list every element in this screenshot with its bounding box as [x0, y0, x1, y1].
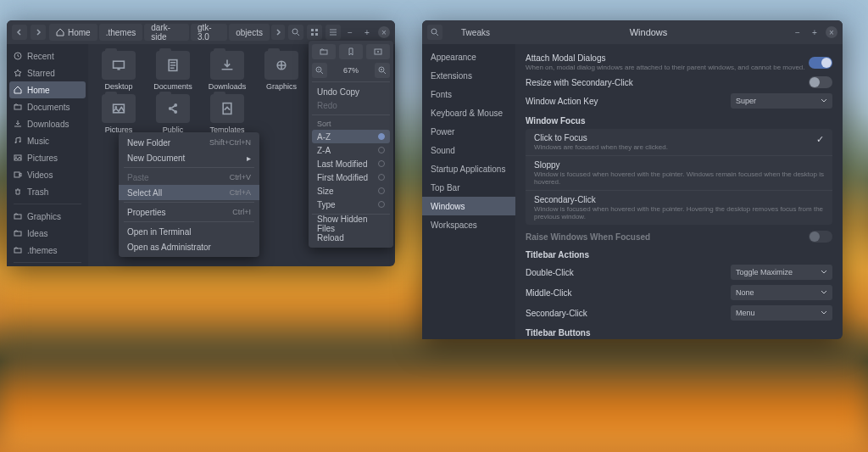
- sidebar-item-home[interactable]: Home: [9, 81, 86, 98]
- nav-forward-button[interactable]: [31, 25, 46, 40]
- tweaks-sidebar-fonts[interactable]: Fonts: [422, 85, 515, 103]
- sort-label: Last Modified: [317, 159, 367, 169]
- maximize-button[interactable]: +: [809, 26, 821, 38]
- raise-focused-toggle[interactable]: [809, 231, 832, 243]
- menu-item-open-in-terminal[interactable]: Open in Terminal: [119, 224, 259, 239]
- path-segment-home[interactable]: Home: [49, 24, 97, 41]
- action-key-dropdown[interactable]: Super: [731, 93, 832, 109]
- svg-point-0: [292, 29, 298, 34]
- sort-option-size[interactable]: Size: [312, 184, 390, 198]
- sidebar-item-graphics[interactable]: Graphics: [7, 208, 88, 225]
- folder-templates[interactable]: Templates: [203, 94, 251, 134]
- sidebar-label: Downloads: [27, 120, 69, 129]
- folder-desktop[interactable]: Desktop: [95, 51, 142, 91]
- tweaks-sidebar-top-bar[interactable]: Top Bar: [422, 178, 515, 197]
- folder-public[interactable]: Public: [149, 94, 197, 134]
- tweaks-sidebar-keyboard-mouse[interactable]: Keyboard & Mouse: [422, 103, 515, 122]
- view-toggle-button[interactable]: [307, 25, 322, 40]
- folder-documents[interactable]: Documents: [149, 51, 197, 91]
- sort-option-last-modified[interactable]: Last Modified: [312, 157, 390, 170]
- sidebar-item-music[interactable]: Music: [7, 132, 88, 149]
- tweaks-sidebar-extensions[interactable]: Extensions: [422, 66, 515, 85]
- tweaks-sidebar-windows[interactable]: Windows: [422, 197, 515, 215]
- zoom-out-button[interactable]: [312, 63, 327, 78]
- folder-graphics[interactable]: Graphics: [258, 51, 305, 91]
- menu-item-properties[interactable]: PropertiesCtrl+I: [119, 204, 259, 220]
- path-segment[interactable]: objects: [229, 24, 270, 41]
- bookmark-icon-button[interactable]: [339, 44, 363, 59]
- path-overflow-button[interactable]: [271, 25, 285, 40]
- window-controls: − + ×: [344, 26, 390, 38]
- menu-item-open-as-administrator[interactable]: Open as Administrator: [119, 239, 259, 254]
- sort-option-type[interactable]: Type: [312, 198, 390, 211]
- focus-title: Secondary-Click: [534, 195, 824, 204]
- folder-downloads[interactable]: Downloads: [203, 51, 251, 91]
- sidebar-item--themes[interactable]: .themes: [7, 242, 88, 259]
- focus-option-sloppy[interactable]: SloppyWindow is focused when hovered wit…: [526, 156, 832, 191]
- sidebar-item-pictures[interactable]: Pictures: [7, 149, 88, 166]
- sidebar-item-recent[interactable]: Recent: [7, 47, 88, 64]
- secondary-click-title: Secondary-Click: [526, 309, 587, 318]
- path-label: gtk-3.0: [198, 23, 220, 42]
- secondary-click-dropdown[interactable]: Menu: [731, 305, 832, 321]
- check-icon: ✓: [816, 134, 824, 145]
- show-hidden-item[interactable]: Show Hidden Files: [312, 217, 390, 231]
- menu-item-paste[interactable]: PasteCtrl+V: [119, 170, 259, 185]
- new-tab-icon-button[interactable]: [366, 44, 390, 59]
- focus-title: Click to Focus: [534, 133, 824, 142]
- undo-item[interactable]: Undo Copy: [312, 85, 390, 98]
- minimize-button[interactable]: −: [792, 26, 804, 38]
- sort-option-first-modified[interactable]: First Modified: [312, 170, 390, 184]
- hamburger-button[interactable]: [326, 25, 341, 40]
- focus-list: Click to FocusWindows are focused when t…: [526, 129, 832, 225]
- maximize-button[interactable]: +: [361, 26, 373, 38]
- sidebar-label: Documents: [27, 103, 70, 112]
- sort-option-a-z[interactable]: A-Z: [312, 130, 390, 143]
- redo-item[interactable]: Redo: [312, 98, 390, 112]
- tweaks-sidebar-sound[interactable]: Sound: [422, 141, 515, 159]
- tweaks-sidebar-power[interactable]: Power: [422, 122, 515, 141]
- tweaks-sidebar-appearance[interactable]: Appearance: [422, 47, 515, 66]
- tweaks-headerbar: Tweaks Windows − + ×: [422, 20, 843, 44]
- sidebar-item-trash[interactable]: Trash: [7, 183, 88, 200]
- sidebar-item-starred[interactable]: Starred: [7, 64, 88, 81]
- dropdown-value: Menu: [736, 309, 755, 317]
- double-click-dropdown[interactable]: Toggle Maximize: [731, 265, 832, 280]
- path-segment[interactable]: gtk-3.0: [191, 24, 227, 41]
- focus-option-secondary-click[interactable]: Secondary-ClickWindow is focused when ho…: [526, 191, 832, 225]
- sort-option-z-a[interactable]: Z-A: [312, 143, 390, 157]
- attach-modal-title: Attach Modal Dialogs: [526, 53, 805, 63]
- middle-click-dropdown[interactable]: None: [731, 285, 832, 300]
- close-button[interactable]: ×: [826, 26, 837, 38]
- sidebar-label: Music: [27, 137, 49, 146]
- folder-pictures[interactable]: Pictures: [95, 94, 142, 134]
- attach-modal-toggle[interactable]: [809, 57, 832, 69]
- close-button[interactable]: ×: [378, 26, 390, 38]
- new-folder-icon-button[interactable]: [312, 44, 336, 59]
- svg-rect-25: [223, 103, 231, 114]
- sidebar-item-documents[interactable]: Documents: [7, 98, 88, 115]
- sidebar-item-ideas[interactable]: Ideas: [7, 225, 88, 242]
- focus-desc: Window is focused when hovered with the …: [534, 170, 824, 186]
- tweaks-window: Tweaks Windows − + × AppearanceExtension…: [422, 20, 843, 339]
- minimize-button[interactable]: −: [344, 26, 356, 38]
- search-button[interactable]: [288, 25, 303, 40]
- zoom-in-button[interactable]: [375, 63, 390, 78]
- menu-item-new-document[interactable]: New Document▸: [119, 150, 259, 165]
- sidebar-label: Graphics: [27, 212, 61, 221]
- menu-item-select-all[interactable]: Select AllCtrl+A: [119, 185, 259, 200]
- svg-rect-6: [14, 105, 21, 109]
- nav-back-button[interactable]: [12, 25, 27, 40]
- path-segment[interactable]: dark-side: [144, 24, 189, 41]
- focus-option-click-to-focus[interactable]: Click to FocusWindows are focused when t…: [526, 129, 832, 156]
- sidebar-item-videos[interactable]: Videos: [7, 166, 88, 183]
- tweaks-search-button[interactable]: [427, 25, 442, 40]
- tweaks-sidebar-startup-applications[interactable]: Startup Applications: [422, 159, 515, 178]
- sidebar-label: Recent: [27, 52, 54, 61]
- radio-icon: [378, 201, 385, 208]
- menu-item-new-folder[interactable]: New FolderShift+Ctrl+N: [119, 135, 259, 150]
- sidebar-item-downloads[interactable]: Downloads: [7, 115, 88, 132]
- resize-secondary-toggle[interactable]: [809, 76, 832, 88]
- tweaks-sidebar-workspaces[interactable]: Workspaces: [422, 215, 515, 234]
- path-segment[interactable]: .themes: [99, 24, 143, 41]
